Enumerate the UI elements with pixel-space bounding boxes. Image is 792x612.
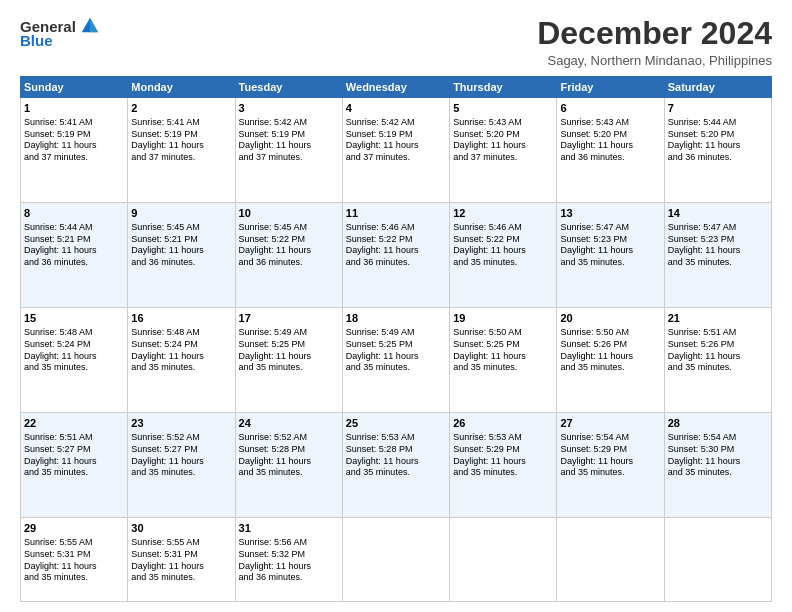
day-info: Sunset: 5:27 PM <box>131 444 231 456</box>
calendar-day-cell: 1Sunrise: 5:41 AMSunset: 5:19 PMDaylight… <box>21 98 128 203</box>
day-info: Sunset: 5:22 PM <box>453 234 553 246</box>
day-number: 9 <box>131 206 231 221</box>
day-info: Sunset: 5:31 PM <box>24 549 124 561</box>
day-number: 10 <box>239 206 339 221</box>
calendar-header-monday: Monday <box>128 77 235 98</box>
calendar-week-row: 29Sunrise: 5:55 AMSunset: 5:31 PMDayligh… <box>21 518 772 602</box>
calendar-day-cell: 3Sunrise: 5:42 AMSunset: 5:19 PMDaylight… <box>235 98 342 203</box>
calendar-day-cell: 27Sunrise: 5:54 AMSunset: 5:29 PMDayligh… <box>557 413 664 518</box>
day-info: Sunrise: 5:43 AM <box>560 117 660 129</box>
day-info: Sunrise: 5:41 AM <box>131 117 231 129</box>
day-info: and 35 minutes. <box>453 257 553 269</box>
day-number: 6 <box>560 101 660 116</box>
day-info: Daylight: 11 hours <box>560 140 660 152</box>
day-number: 28 <box>668 416 768 431</box>
day-info: Sunrise: 5:54 AM <box>668 432 768 444</box>
day-info: Daylight: 11 hours <box>24 140 124 152</box>
day-info: Sunrise: 5:43 AM <box>453 117 553 129</box>
day-number: 4 <box>346 101 446 116</box>
day-info: and 35 minutes. <box>239 362 339 374</box>
calendar-day-cell: 4Sunrise: 5:42 AMSunset: 5:19 PMDaylight… <box>342 98 449 203</box>
day-number: 11 <box>346 206 446 221</box>
day-info: Daylight: 11 hours <box>668 245 768 257</box>
calendar-day-cell: 13Sunrise: 5:47 AMSunset: 5:23 PMDayligh… <box>557 203 664 308</box>
day-info: Daylight: 11 hours <box>453 140 553 152</box>
day-info: Sunset: 5:26 PM <box>560 339 660 351</box>
day-info: Daylight: 11 hours <box>239 351 339 363</box>
day-info: Sunset: 5:29 PM <box>453 444 553 456</box>
day-info: Sunrise: 5:45 AM <box>239 222 339 234</box>
day-info: Sunrise: 5:50 AM <box>560 327 660 339</box>
calendar-day-cell: 10Sunrise: 5:45 AMSunset: 5:22 PMDayligh… <box>235 203 342 308</box>
calendar-day-cell: 22Sunrise: 5:51 AMSunset: 5:27 PMDayligh… <box>21 413 128 518</box>
logo-icon <box>80 16 100 36</box>
logo: General Blue <box>20 16 100 49</box>
day-info: Sunrise: 5:51 AM <box>668 327 768 339</box>
calendar-day-cell: 31Sunrise: 5:56 AMSunset: 5:32 PMDayligh… <box>235 518 342 602</box>
calendar-day-cell: 30Sunrise: 5:55 AMSunset: 5:31 PMDayligh… <box>128 518 235 602</box>
day-info: Daylight: 11 hours <box>346 140 446 152</box>
day-info: and 35 minutes. <box>131 362 231 374</box>
calendar-header-wednesday: Wednesday <box>342 77 449 98</box>
day-number: 12 <box>453 206 553 221</box>
day-info: and 36 minutes. <box>239 257 339 269</box>
day-info: Sunrise: 5:54 AM <box>560 432 660 444</box>
day-info: Sunrise: 5:53 AM <box>346 432 446 444</box>
day-info: Daylight: 11 hours <box>24 456 124 468</box>
day-info: Sunset: 5:19 PM <box>24 129 124 141</box>
day-info: Daylight: 11 hours <box>239 456 339 468</box>
day-info: Sunrise: 5:47 AM <box>668 222 768 234</box>
day-info: and 35 minutes. <box>346 362 446 374</box>
calendar-header-friday: Friday <box>557 77 664 98</box>
day-info: Sunset: 5:26 PM <box>668 339 768 351</box>
day-number: 22 <box>24 416 124 431</box>
day-info: and 35 minutes. <box>560 257 660 269</box>
location: Sagay, Northern Mindanao, Philippines <box>537 53 772 68</box>
day-info: and 37 minutes. <box>131 152 231 164</box>
day-info: Daylight: 11 hours <box>131 140 231 152</box>
day-info: and 36 minutes. <box>560 152 660 164</box>
day-info: and 37 minutes. <box>453 152 553 164</box>
day-info: Sunset: 5:19 PM <box>239 129 339 141</box>
day-info: Sunset: 5:21 PM <box>24 234 124 246</box>
day-info: Daylight: 11 hours <box>131 245 231 257</box>
day-info: Daylight: 11 hours <box>560 245 660 257</box>
calendar-page: General Blue December 2024 Sagay, Northe… <box>0 0 792 612</box>
day-number: 8 <box>24 206 124 221</box>
day-info: Daylight: 11 hours <box>453 351 553 363</box>
day-info: and 35 minutes. <box>131 467 231 479</box>
day-info: Sunset: 5:32 PM <box>239 549 339 561</box>
day-info: Sunset: 5:27 PM <box>24 444 124 456</box>
calendar-day-cell: 21Sunrise: 5:51 AMSunset: 5:26 PMDayligh… <box>664 308 771 413</box>
day-info: Daylight: 11 hours <box>560 351 660 363</box>
day-info: and 35 minutes. <box>668 257 768 269</box>
day-info: and 35 minutes. <box>24 572 124 584</box>
day-number: 24 <box>239 416 339 431</box>
calendar-day-cell <box>557 518 664 602</box>
calendar-day-cell <box>450 518 557 602</box>
calendar-header-row: SundayMondayTuesdayWednesdayThursdayFrid… <box>21 77 772 98</box>
calendar-day-cell <box>664 518 771 602</box>
day-info: Sunset: 5:25 PM <box>239 339 339 351</box>
calendar-day-cell: 14Sunrise: 5:47 AMSunset: 5:23 PMDayligh… <box>664 203 771 308</box>
day-info: and 35 minutes. <box>239 467 339 479</box>
calendar-day-cell: 26Sunrise: 5:53 AMSunset: 5:29 PMDayligh… <box>450 413 557 518</box>
day-number: 17 <box>239 311 339 326</box>
day-info: and 35 minutes. <box>668 467 768 479</box>
calendar-day-cell: 20Sunrise: 5:50 AMSunset: 5:26 PMDayligh… <box>557 308 664 413</box>
day-info: Sunset: 5:19 PM <box>131 129 231 141</box>
day-info: Sunrise: 5:52 AM <box>131 432 231 444</box>
day-info: Sunset: 5:31 PM <box>131 549 231 561</box>
day-info: Daylight: 11 hours <box>453 245 553 257</box>
day-info: Sunset: 5:30 PM <box>668 444 768 456</box>
calendar-day-cell: 5Sunrise: 5:43 AMSunset: 5:20 PMDaylight… <box>450 98 557 203</box>
day-info: Daylight: 11 hours <box>131 351 231 363</box>
day-info: Sunrise: 5:50 AM <box>453 327 553 339</box>
calendar-day-cell: 15Sunrise: 5:48 AMSunset: 5:24 PMDayligh… <box>21 308 128 413</box>
day-info: Sunrise: 5:46 AM <box>453 222 553 234</box>
day-info: Sunrise: 5:51 AM <box>24 432 124 444</box>
day-info: Sunrise: 5:48 AM <box>24 327 124 339</box>
calendar-day-cell: 16Sunrise: 5:48 AMSunset: 5:24 PMDayligh… <box>128 308 235 413</box>
day-info: Daylight: 11 hours <box>453 456 553 468</box>
day-info: and 36 minutes. <box>668 152 768 164</box>
